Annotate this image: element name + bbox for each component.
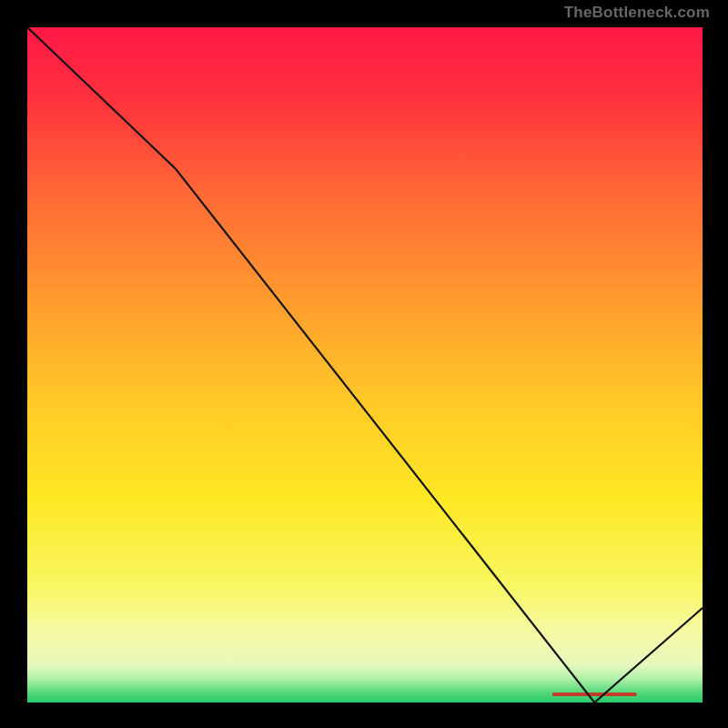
plot-svg — [27, 27, 703, 703]
chart-background — [27, 27, 703, 703]
plot-area — [27, 27, 703, 703]
watermark-text: TheBottleneck.com — [564, 4, 710, 22]
chart-outer: TheBottleneck.com — [0, 0, 728, 728]
